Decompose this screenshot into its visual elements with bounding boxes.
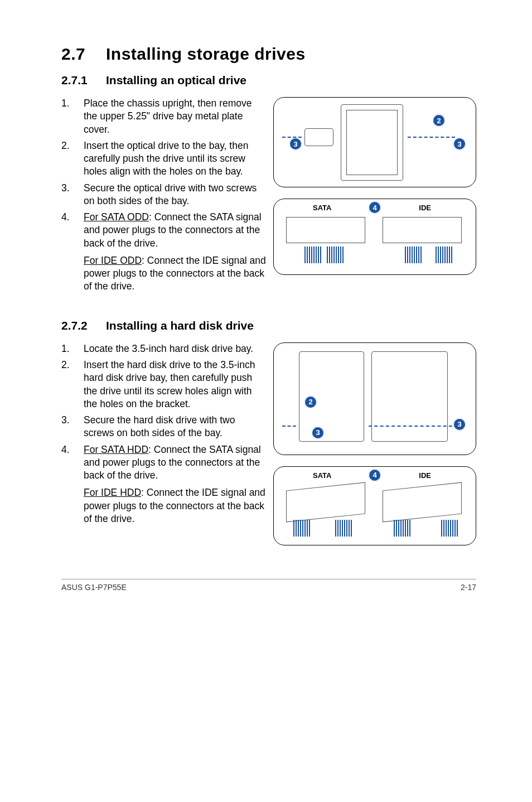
callout-badge: 3 [453,418,466,431]
steps-list-2: 1.Locate the 3.5-inch hard disk drive ba… [61,342,268,525]
page-footer: ASUS G1-P7P55E 2-17 [61,579,476,592]
callout-badge: 3 [289,138,302,150]
step-number: 1. [61,342,84,355]
section-number: 2.7 [61,45,106,64]
step-number: 4. [61,443,84,526]
step-text: Place the chassis upright, then remove t… [84,97,268,136]
label-sata: SATA [313,204,331,212]
label-sata: SATA [313,471,331,480]
list-item: 1.Locate the 3.5-inch hard disk drive ba… [61,342,268,355]
step-text: Insert the optical drive to the bay, the… [84,139,268,178]
step-number: 2. [61,139,84,178]
step-number: 4. [61,211,84,293]
label-ide: IDE [419,204,431,212]
list-item: 2.Insert the optical drive to the bay, t… [61,139,268,178]
subsection-title-1: Installing an optical drive [106,74,246,86]
step-text: Insert the hard disk drive to the 3.5-in… [84,359,268,410]
figure-hdd-install: 2 3 3 [273,342,476,455]
lead-underline: For SATA HDD [84,444,148,455]
step-text: Secure the optical drive with two screws… [84,182,268,208]
figure-optical-install: 2 3 3 [273,97,476,187]
lead-underline: For SATA ODD [84,211,149,223]
figure-optical-cables: SATA IDE 4 [273,199,476,275]
list-item: 4. For SATA ODD: Connect the SATA signal… [61,211,268,293]
section-title-text: Installing storage drives [106,45,306,63]
step-text: Secure the hard disk drive with two scre… [84,414,268,440]
step-number: 3. [61,414,84,440]
callout-badge: 3 [312,427,324,439]
callout-badge: 4 [369,201,381,214]
callout-badge: 2 [304,396,317,408]
list-item: 2.Insert the hard disk drive to the 3.5-… [61,359,268,410]
steps-list-1: 1.Place the chassis upright, then remove… [61,97,268,293]
subsection-number-2: 2.7.2 [61,319,106,332]
callout-badge: 3 [453,138,466,150]
step-text: For SATA ODD: Connect the SATA signal an… [84,211,268,293]
step-number: 3. [61,182,84,208]
subsection-heading-1: 2.7.1Installing an optical drive [61,74,476,87]
list-item: 3.Secure the optical drive with two scre… [61,182,268,208]
step-number: 1. [61,97,84,136]
list-item: 3.Secure the hard disk drive with two sc… [61,414,268,440]
lead-underline: For IDE ODD [84,255,142,266]
lead-underline: For IDE HDD [84,487,141,498]
step-text: Locate the 3.5-inch hard disk drive bay. [84,342,268,355]
list-item: 1.Place the chassis upright, then remove… [61,97,268,136]
subsection-number-1: 2.7.1 [61,74,106,87]
section-heading: 2.7Installing storage drives [61,45,476,64]
figure-hdd-cables: SATA IDE 4 [273,466,476,545]
list-item: 4. For SATA HDD: Connect the SATA signal… [61,443,268,526]
step-number: 2. [61,359,84,410]
callout-badge: 2 [433,114,445,127]
footer-page-number: 2-17 [461,583,476,592]
step-text: For SATA HDD: Connect the SATA signal an… [84,443,268,526]
footer-product: ASUS G1-P7P55E [61,583,127,592]
subsection-title-2: Installing a hard disk drive [106,319,254,332]
callout-badge: 4 [369,469,381,481]
label-ide: IDE [419,471,431,480]
subsection-heading-2: 2.7.2Installing a hard disk drive [61,319,476,332]
